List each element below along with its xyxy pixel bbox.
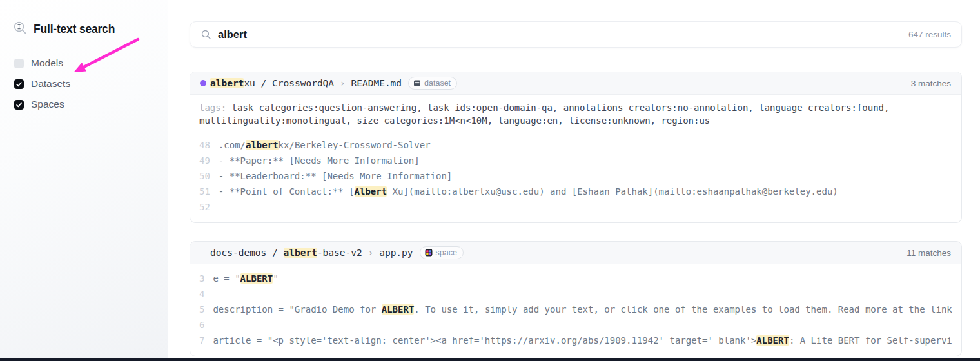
search-term-highlight: albert: [284, 248, 317, 258]
result-body: 3e = "ALBERT"45description = "Gradio Dem…: [190, 264, 961, 356]
code-line: 48.com/albertkx/Berkeley-Crossword-Solve…: [199, 137, 952, 153]
tags-value: task_categories:question-answering, task…: [199, 102, 889, 126]
code-line: 4: [199, 286, 952, 302]
line-number: 50: [199, 168, 210, 184]
dataset-dot-icon: [200, 80, 206, 86]
code-line: 51- **Point of Contact:** [Albert Xu](ma…: [199, 184, 952, 199]
search-term-highlight: albert: [210, 78, 244, 88]
code-snippet: 48.com/albertkx/Berkeley-Crossword-Solve…: [199, 137, 952, 215]
code-line: 52: [199, 199, 952, 215]
filter-label: Models: [31, 57, 63, 69]
line-content: .com/albertkx/Berkeley-Crossword-Solver: [219, 137, 431, 153]
annotation-arrow: [63, 31, 147, 81]
match-count: 3 matches: [911, 79, 951, 88]
text-segment: Xu](mailto:albertxu@usc.edu) and [Eshaan…: [387, 186, 838, 197]
code-line: 50- **Leaderboard:** [Needs More Informa…: [199, 168, 952, 184]
text-segment: e =: [213, 273, 235, 284]
text-segment: - **Leaderboard:** [Needs More Informati…: [219, 171, 452, 181]
checked-checkbox-icon[interactable]: [14, 100, 24, 110]
text-segment: .com/: [219, 140, 246, 150]
chevron-right-icon: ›: [340, 78, 345, 88]
repo-type-badge: dataset: [408, 77, 457, 90]
line-number: 3: [199, 271, 204, 286]
search-term-highlight: albert: [246, 140, 279, 150]
full-text-search-icon: [13, 21, 28, 38]
text-segment: -base-v2: [317, 248, 362, 258]
filter-label: Spaces: [31, 99, 64, 110]
search-term-highlight: ALBERT: [382, 304, 415, 315]
text-segment: docs-demos /: [210, 248, 284, 258]
code-line: 49- **Paper:** [Needs More Information]: [199, 153, 952, 168]
search-term-highlight: Albert: [355, 186, 387, 197]
text-cursor: [248, 28, 249, 41]
text-segment: xu / CrosswordQA: [244, 78, 334, 88]
search-query: albert: [218, 28, 247, 41]
repo-type-badge: space: [420, 246, 464, 259]
code-snippet: 3e = "ALBERT"45description = "Gradio Dem…: [199, 271, 952, 348]
repo-path: albertxu / CrosswordQA: [210, 78, 334, 88]
dataset-icon: [413, 79, 421, 87]
result-card: docs-demos / albert-base-v2›app.pyspace1…: [190, 241, 962, 356]
line-number: 5: [199, 302, 204, 317]
line-number: 52: [199, 199, 210, 215]
search-term-highlight: ALBERT: [240, 273, 273, 284]
badge-label: space: [436, 249, 457, 257]
search-icon: [201, 29, 211, 40]
code-line: 7article = "<p style='text-align: center…: [199, 333, 952, 348]
file-name: app.py: [379, 248, 413, 258]
line-content: - **Paper:** [Needs More Information]: [219, 153, 420, 168]
line-number: 48: [199, 137, 210, 153]
match-count: 11 matches: [906, 248, 951, 258]
text-segment: ": [235, 273, 240, 284]
text-segment: - **Point of Contact:** [: [219, 186, 355, 197]
unchecked-checkbox-icon[interactable]: [14, 59, 24, 68]
line-number: 4: [199, 286, 204, 302]
result-header[interactable]: albertxu / CrosswordQA›README.mddataset3…: [190, 72, 961, 95]
line-content: - **Leaderboard:** [Needs More Informati…: [219, 168, 452, 184]
badge-label: dataset: [424, 79, 451, 88]
code-line: 6: [199, 317, 952, 333]
code-line: 3e = "ALBERT": [199, 271, 952, 286]
text-segment: : A Lite BERT for Self-supervise: [789, 335, 952, 346]
result-body: tags:task_categories:question-answering,…: [190, 95, 961, 222]
line-number: 6: [199, 317, 204, 333]
checked-checkbox-icon[interactable]: [14, 79, 24, 89]
tags-line: tags:task_categories:question-answering,…: [199, 101, 952, 127]
code-line: 5description = "Gradio Demo for ALBERT. …: [199, 302, 952, 317]
filter-spaces[interactable]: Spaces: [14, 99, 64, 110]
line-number: 49: [199, 153, 210, 168]
text-segment: - **Paper:** [Needs More Information]: [219, 155, 420, 166]
file-name: README.md: [351, 78, 402, 88]
main-content: albert 647 results albertxu / CrosswordQ…: [190, 21, 962, 361]
text-segment: . To use it, simply add your text, or cl…: [414, 304, 952, 315]
result-card: albertxu / CrosswordQA›README.mddataset3…: [190, 72, 962, 223]
search-bar: albert 647 results: [190, 21, 962, 48]
filter-models[interactable]: Models: [14, 57, 63, 69]
line-content: - **Point of Contact:** [Albert Xu](mail…: [219, 184, 838, 199]
text-segment: article = "<p style='text-align: center'…: [213, 335, 756, 346]
chevron-right-icon: ›: [368, 248, 373, 258]
space-icon: [425, 249, 433, 257]
tags-label: tags:: [199, 102, 226, 113]
repo-path: docs-demos / albert-base-v2: [210, 248, 362, 258]
text-segment: kx/Berkeley-Crossword-Solver: [279, 140, 431, 150]
sidebar: Full-text search ModelsDatasetsSpaces: [0, 0, 168, 361]
filter-datasets[interactable]: Datasets: [14, 78, 70, 90]
line-content: description = "Gradio Demo for ALBERT. T…: [213, 302, 952, 317]
search-term-highlight: ALBERT: [756, 335, 789, 346]
line-content: e = "ALBERT": [213, 271, 278, 286]
line-number: 7: [199, 333, 204, 348]
text-segment: description = "Gradio Demo for: [213, 304, 381, 315]
result-header[interactable]: docs-demos / albert-base-v2›app.pyspace1…: [190, 242, 961, 264]
text-segment: ": [273, 273, 278, 284]
results-list: albertxu / CrosswordQA›README.mddataset3…: [190, 72, 962, 356]
bottom-bar: [0, 358, 980, 361]
line-content: article = "<p style='text-align: center'…: [213, 333, 952, 348]
search-input[interactable]: albert: [218, 28, 908, 41]
results-count: 647 results: [908, 30, 951, 39]
line-number: 51: [199, 184, 210, 199]
